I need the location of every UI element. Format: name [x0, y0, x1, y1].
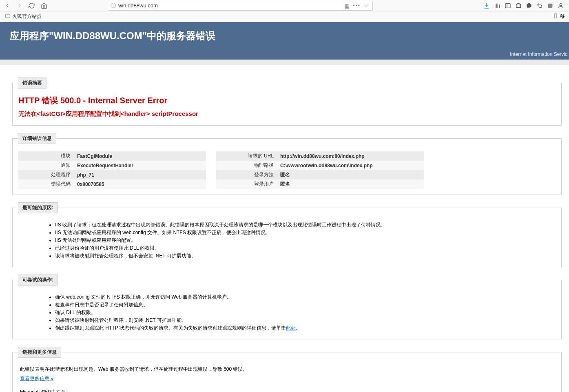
detail-value: FastCgiModule [74, 151, 206, 161]
svg-rect-3 [554, 14, 557, 18]
detail-value: 0x80070585 [74, 179, 206, 189]
home-button[interactable] [38, 0, 50, 11]
table-row: 模块FastCgiModule [18, 151, 206, 161]
profile-icon[interactable] [557, 2, 565, 10]
more-info-text: 此错误表明在处理请求时出现问题。Web 服务器收到了请求，但在处理过程中出现错误… [20, 366, 556, 373]
actions-section: 可尝试的操作: 确保 web.config 文件的 NTFS 权限正确，并允许访… [12, 275, 562, 339]
detail-value: http://win.dd88wu.com:80/index.php [277, 151, 424, 161]
content: 错误摘要 HTTP 错误 500.0 - Internal Server Err… [0, 65, 569, 392]
bookmark-label: 火狐官方站点 [12, 13, 42, 20]
trace-rules-link[interactable]: 此处 [286, 325, 296, 331]
detail-value: C:\wwwroot\win.dd88wu.com\index.php [277, 161, 424, 170]
list-item: IIS 收到了请求；但在处理请求过程中出现内部错误。此错误的根本原因取决于处理该… [55, 221, 556, 228]
error-title: HTTP 错误 500.0 - Internal Server Error [18, 95, 556, 106]
detail-value: ExecuteRequestHandler [74, 161, 206, 170]
detail-label: 通知 [18, 161, 74, 170]
list-item: 如果请求被映射到托管处理程序，则安装 .NET 可扩展功能。 [55, 317, 556, 324]
detail-value: 匿名 [277, 179, 424, 189]
forward-button[interactable] [14, 0, 25, 11]
error-summary-section: 错误摘要 HTTP 错误 500.0 - Internal Server Err… [12, 78, 562, 126]
page-header: 应用程序"WIN.DD88WU.COM"中的服务器错误 Internet Inf… [0, 22, 569, 60]
detail-label: 模块 [18, 151, 74, 161]
details-table-right: 请求的 URLhttp://win.dd88wu.com:80/index.ph… [216, 151, 424, 189]
extension-icon[interactable] [546, 2, 554, 10]
causes-list: IIS 收到了请求；但在处理请求过程中出现内部错误。此错误的根本原因取决于处理该… [55, 221, 556, 259]
detail-label: 处理程序 [18, 170, 74, 179]
view-more-link[interactable]: 查看更多信息 » [20, 375, 53, 382]
page-title: 应用程序"WIN.DD88WU.COM"中的服务器错误 [10, 29, 559, 42]
table-row: 登录方法匿名 [216, 170, 424, 179]
table-row: 处理程序php_71 [18, 170, 206, 179]
svg-rect-1 [548, 3, 553, 8]
action-text-prefix: 创建跟踪规则以跟踪此 HTTP 状态代码的失败的请求。有关为失败的请求创建跟踪规… [55, 325, 286, 331]
back-button[interactable] [2, 0, 13, 11]
kb-label: Microsoft 知识库文章: [20, 389, 556, 392]
detail-label: 错误代码 [18, 179, 74, 189]
sidebar-icon[interactable] [504, 2, 512, 10]
detail-label: 物理路径 [216, 161, 277, 170]
detail-label: 登录用户 [216, 179, 277, 189]
screenshot-icon[interactable] [514, 2, 523, 10]
actions-legend: 可尝试的操作: [18, 275, 58, 286]
svg-point-2 [560, 3, 562, 5]
list-item: 该请求将被映射到托管处理程序，但不会安装 .NET 可扩展功能。 [55, 252, 556, 259]
library-icon[interactable] [493, 2, 501, 10]
detail-value: 匿名 [277, 170, 424, 179]
details-legend: 详细错误信息 [18, 133, 56, 144]
list-item: 检查事件日志中是否记录了任何附加信息。 [55, 301, 556, 308]
underbar [0, 60, 569, 65]
more-info-section: 链接和更多信息 此错误表明在处理请求时出现问题。Web 服务器收到了请求，但在处… [12, 347, 562, 392]
details-table-left: 模块FastCgiModule 通知ExecuteRequestHandler … [18, 151, 206, 189]
details-section: 详细错误信息 模块FastCgiModule 通知ExecuteRequestH… [12, 133, 562, 195]
causes-section: 最可能的原因: IIS 收到了请求；但在处理请求过程中出现内部错误。此错误的根本… [12, 202, 562, 267]
detail-label: 请求的 URL [216, 151, 277, 161]
table-row: 登录用户匿名 [216, 179, 424, 189]
undo-icon[interactable] [536, 2, 544, 10]
table-row: 通知ExecuteRequestHandler [18, 161, 206, 170]
bookmark-star-icon[interactable]: ☆ [364, 3, 368, 9]
action-text-suffix: 。 [296, 325, 301, 331]
iis-label: Internet Information Servic [510, 51, 567, 57]
svg-rect-0 [505, 3, 510, 8]
url-input[interactable] [118, 2, 344, 9]
error-subtitle: 无法在<fastCGI>应用程序配置中找到<handler> scriptPro… [18, 110, 556, 118]
mobile-bookmark-icon[interactable] [553, 13, 558, 20]
list-item: IIS 无法访问网站或应用程序的 web.config 文件。如果 NTFS 权… [55, 229, 556, 236]
mobile-bookmark-label: 移 [560, 13, 565, 20]
detail-label: 登录方法 [216, 170, 277, 179]
qr-icon[interactable]: ▦ [344, 2, 350, 9]
table-row: 请求的 URLhttp://win.dd88wu.com:80/index.ph… [216, 151, 424, 161]
folder-icon [5, 13, 11, 20]
list-item: 创建跟踪规则以跟踪此 HTTP 状态代码的失败的请求。有关为失败的请求创建跟踪规… [55, 325, 556, 332]
bookmark-folder[interactable]: 火狐官方站点 [3, 12, 43, 21]
detail-value: php_71 [74, 170, 206, 179]
causes-legend: 最可能的原因: [18, 202, 58, 213]
table-row: 错误代码0x80070585 [18, 179, 206, 189]
site-info-icon[interactable]: ⓘ [111, 2, 116, 9]
list-item: 确认 DLL 的权限。 [55, 309, 556, 316]
actions-list: 确保 web.config 文件的 NTFS 权限正确，并允许访问 Web 服务… [55, 294, 556, 332]
downloads-icon[interactable] [483, 2, 491, 10]
error-summary-legend: 错误摘要 [18, 78, 46, 89]
more-icon[interactable]: ••• [353, 3, 361, 9]
browser-toolbar: ⓘ ▦ ••• ☆ [0, 0, 569, 11]
table-row: 物理路径C:\wwwroot\win.dd88wu.com\index.php [216, 161, 424, 170]
list-item: 已经过身份验证的用户没有使用此 DLL 的权限。 [55, 245, 556, 252]
list-item: 确保 web.config 文件的 NTFS 权限正确，并允许访问 Web 服务… [55, 294, 556, 301]
bookmark-bar: 火狐官方站点 移 [0, 11, 569, 22]
reload-button[interactable] [26, 0, 38, 11]
more-info-legend: 链接和更多信息 [18, 347, 61, 358]
chat-icon[interactable] [525, 2, 533, 10]
list-item: IIS 无法处理网站或应用程序的配置。 [55, 237, 556, 244]
url-bar[interactable]: ⓘ ▦ ••• ☆ [108, 1, 373, 11]
